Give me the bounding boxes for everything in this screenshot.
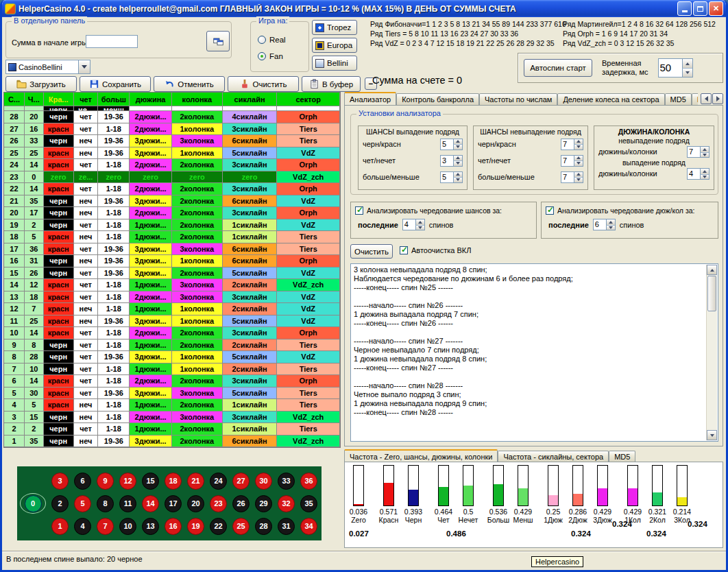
autospin-start-button[interactable]: Автоспин старт — [524, 59, 592, 77]
board-number[interactable]: 20 — [187, 495, 204, 512]
table-row[interactable]: 22чернчет1-181дюжи...2колонка1сиклайнTie… — [4, 423, 340, 436]
board-number[interactable]: 16 — [165, 518, 182, 535]
board-number[interactable]: 30 — [255, 473, 272, 490]
number-spinner[interactable]: 7 — [561, 171, 583, 183]
board-number[interactable]: 32 — [278, 495, 295, 512]
spinner-down-icon[interactable] — [453, 177, 462, 182]
board-number[interactable]: 7 — [97, 518, 114, 535]
scrollbar-thumb[interactable] — [707, 276, 716, 311]
spinner-down-icon[interactable] — [453, 144, 462, 150]
minimize-button[interactable] — [677, 1, 692, 16]
table-row[interactable]: 2135черннеч19-363дюжи...2колонка6сиклайн… — [4, 195, 340, 208]
table-row[interactable]: 530краснчет19-363дюжи...3колонка5сиклайн… — [4, 388, 340, 400]
board-number[interactable]: 17 — [165, 495, 182, 512]
number-spinner[interactable]: 7 — [687, 146, 709, 158]
number-spinner[interactable]: 5 — [440, 139, 463, 150]
board-number[interactable]: 36 — [300, 473, 317, 490]
board-number[interactable]: 11 — [119, 495, 136, 512]
board-number[interactable]: 27 — [232, 473, 250, 490]
table-row[interactable]: 127красннеч1-181дюжи...1колонка2сиклайнV… — [4, 303, 340, 315]
maximize-button[interactable] — [693, 1, 707, 16]
board-number[interactable]: 18 — [165, 473, 182, 490]
combo-dropdown-icon[interactable] — [78, 60, 90, 73]
number-spinner[interactable]: 50 — [658, 58, 693, 78]
save-button[interactable]: Сохранить — [80, 76, 151, 92]
tab-scroll-right-icon[interactable] — [712, 93, 723, 104]
analyzer-log[interactable]: 3 колонка невыпадала подряд 8 спин;Наблю… — [350, 263, 718, 442]
board-number[interactable]: 21 — [187, 473, 204, 490]
board-number[interactable]: 14 — [142, 495, 159, 512]
board-number[interactable]: 9 — [97, 473, 114, 490]
radio-real[interactable]: Real — [258, 36, 286, 44]
board-number[interactable]: 1 — [51, 518, 69, 535]
table-row[interactable]: 2820чернчет19-362дюжи...2колонка4сиклайн… — [4, 111, 340, 123]
scroll-down-icon[interactable] — [707, 430, 717, 440]
board-number[interactable]: 26 — [232, 495, 250, 512]
table-row[interactable]: 710чернчет1-181дюжи...1колонка2сиклайнTi… — [4, 364, 340, 376]
spinner-down-icon[interactable] — [415, 225, 424, 230]
spinner-down-icon[interactable] — [574, 144, 583, 150]
board-number[interactable]: 34 — [300, 518, 317, 535]
board-number[interactable]: 35 — [300, 495, 317, 512]
start-sum-input[interactable] — [86, 35, 138, 48]
spinner-down-icon[interactable] — [606, 225, 615, 230]
board-number[interactable]: 12 — [119, 473, 136, 490]
spinner-down-icon[interactable] — [700, 174, 709, 180]
number-spinner[interactable]: 4 — [687, 168, 709, 180]
spinner-down-icon[interactable] — [682, 68, 692, 77]
spinner-down-icon[interactable] — [453, 160, 462, 166]
spinner-up-icon[interactable] — [574, 156, 583, 161]
board-number[interactable]: 13 — [142, 518, 159, 535]
board-number[interactable]: 2 — [51, 495, 69, 512]
load-button[interactable]: Загрузить — [5, 76, 77, 92]
table-row[interactable]: 2017черннеч1-182дюжи...2колонка3сиклайнO… — [4, 207, 340, 219]
table-row[interactable]: 2633черннеч19-363дюжи...3колонка6сиклайн… — [4, 135, 340, 147]
number-spinner[interactable]: 7 — [561, 139, 583, 150]
table-row[interactable]: 2716краснчет1-182дюжи...1колонка3сиклайн… — [4, 123, 340, 136]
scroll-up-icon[interactable] — [707, 265, 717, 275]
number-spinner[interactable]: 4 — [402, 219, 425, 230]
board-number[interactable]: 3 — [51, 473, 69, 490]
spinner-up-icon[interactable] — [606, 219, 615, 225]
table-row[interactable]: 2214краснчет1-182дюжи...2колонка3сиклайн… — [4, 183, 340, 195]
tab--[interactable]: Частота - сиклайны, сектора — [498, 451, 609, 462]
table-row[interactable]: 45красннеч1-181дюжи...2колонка1сиклайнTi… — [4, 399, 340, 412]
board-number[interactable]: 8 — [97, 495, 114, 512]
board-number-zero[interactable]: 0 — [25, 495, 42, 512]
table-row[interactable]: 1125красннеч19-363дюжи...1колонка5сиклай… — [4, 315, 340, 328]
table-row[interactable]: 2525красннеч19-363дюжи...1колонка5сиклай… — [4, 147, 340, 160]
board-number[interactable]: 23 — [210, 495, 227, 512]
table-row[interactable]: 1736краснчет19-363дюжи...3колонка6сиклай… — [4, 243, 340, 256]
table-row[interactable]: 1014краснчет1-182дюжи...2колонка3сиклайн… — [4, 327, 340, 339]
table-row[interactable]: 1526чернчет19-363дюжи...2колонка5сиклайн… — [4, 267, 340, 280]
board-number[interactable]: 31 — [278, 518, 295, 535]
alternation-dozens-checkbox[interactable] — [546, 206, 554, 215]
detach-panel-button[interactable] — [206, 31, 230, 51]
table-row[interactable]: 98чернчет1-181дюжи...2колонка2сиклайнTie… — [4, 339, 340, 352]
table-row[interactable]: 1318краснчет1-182дюжи...3колонка3сиклайн… — [4, 291, 340, 304]
board-number[interactable]: 33 — [278, 473, 295, 490]
spinner-up-icon[interactable] — [415, 219, 424, 225]
casino-button-bellini[interactable]: Bellini — [312, 56, 357, 71]
board-number[interactable]: 25 — [232, 518, 250, 535]
clear-log-button[interactable]: Очистить — [350, 244, 393, 259]
casino-button-tropez[interactable]: Tropez — [312, 20, 357, 35]
log-scrollbar[interactable] — [706, 265, 717, 440]
table-row[interactable]: 1412краснчет1-181дюжи...3колонка2сиклайн… — [4, 279, 340, 291]
spinner-down-icon[interactable] — [574, 160, 583, 166]
table-row[interactable]: 185красннеч1-181дюжи...2колонка1сиклайнT… — [4, 231, 340, 243]
close-button[interactable]: ✕ — [709, 1, 723, 16]
spinner-up-icon[interactable] — [574, 172, 583, 178]
board-number[interactable]: 4 — [74, 518, 91, 535]
table-row[interactable]: 192чернчет1-181дюжи...2колонка1сиклайнVd… — [4, 219, 340, 232]
tab--[interactable]: Частоты по числам — [479, 93, 557, 105]
board-number[interactable]: 19 — [187, 518, 204, 535]
autoclear-checkbox[interactable] — [400, 246, 408, 254]
tab--zero-[interactable]: Частота - Zero, шансы, дюжины, колонки — [344, 449, 498, 462]
board-number[interactable]: 6 — [74, 473, 91, 490]
tab-scroll-left-icon[interactable] — [701, 93, 712, 104]
table-row[interactable]: 1631черннеч19-363дюжи...1колонка6сиклайн… — [4, 255, 340, 267]
board-number[interactable]: 22 — [210, 518, 227, 535]
number-spinner[interactable]: 3 — [440, 155, 463, 167]
board-number[interactable]: 5 — [74, 495, 91, 512]
